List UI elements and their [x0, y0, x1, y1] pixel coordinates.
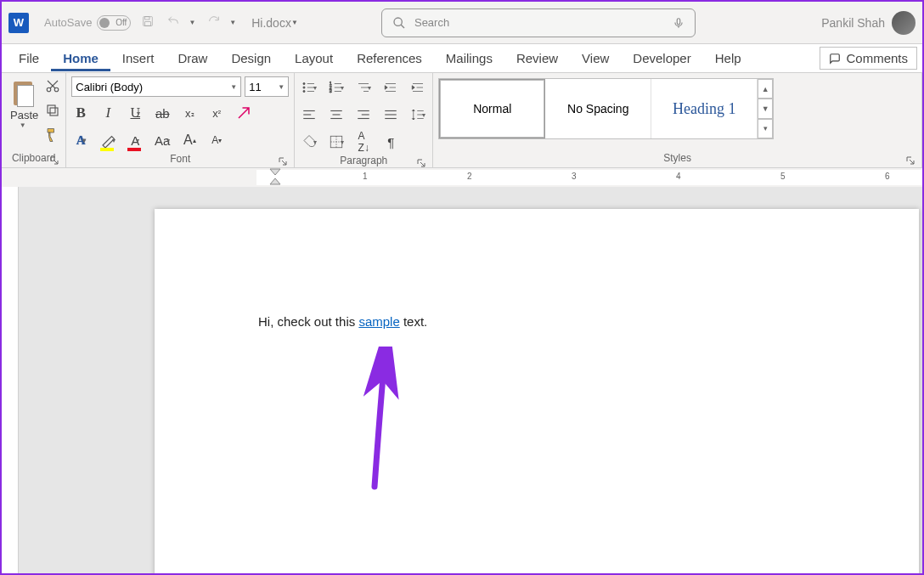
qat-customize[interactable]: ▼: [229, 19, 236, 26]
search-placeholder: Search: [414, 16, 449, 29]
microphone-icon[interactable]: [673, 17, 685, 29]
show-paragraph-marks-button[interactable]: ¶: [381, 132, 400, 151]
tab-insert[interactable]: Insert: [110, 46, 166, 70]
paste-icon: [12, 78, 37, 107]
svg-point-3: [394, 18, 402, 25]
document-canvas[interactable]: Hi, check out this sample text.: [19, 187, 922, 573]
horizontal-ruler[interactable]: 1 2 3 4 5 6: [2, 168, 922, 187]
tab-draw[interactable]: Draw: [166, 46, 219, 70]
increase-indent-button[interactable]: [408, 78, 427, 97]
group-paragraph: ▾ 123▾ ▾ ▾ ▾ ▾ AZ↓ ¶: [295, 73, 433, 167]
format-painter-icon[interactable]: [45, 127, 60, 145]
copy-icon[interactable]: [45, 103, 60, 121]
styles-launcher[interactable]: [906, 155, 915, 164]
search-icon: [392, 16, 406, 30]
comments-button[interactable]: Comments: [820, 47, 917, 70]
tab-layout[interactable]: Layout: [283, 46, 345, 70]
style-no-spacing[interactable]: No Spacing: [545, 79, 651, 138]
document-text[interactable]: Hi, check out this: [258, 314, 358, 329]
styles-expand[interactable]: ▾: [758, 119, 773, 138]
document-title[interactable]: Hi.docx ▼: [251, 16, 298, 30]
styles-gallery: Normal No Spacing Heading 1 ▲ ▼ ▾: [438, 78, 774, 139]
styles-scroll: ▲ ▼ ▾: [758, 79, 773, 138]
borders-button[interactable]: ▾: [327, 132, 346, 151]
svg-rect-10: [50, 108, 58, 116]
multilevel-list-button[interactable]: ▾: [354, 78, 373, 97]
font-family-select[interactable]: Calibri (Body)▼: [71, 76, 241, 97]
tab-help[interactable]: Help: [703, 46, 753, 70]
undo-dropdown[interactable]: ▼: [189, 19, 195, 26]
style-heading-1[interactable]: Heading 1: [651, 79, 758, 138]
tab-view[interactable]: View: [570, 46, 621, 70]
clipboard-launcher[interactable]: [50, 155, 59, 164]
svg-line-4: [401, 25, 404, 28]
svg-rect-5: [677, 18, 680, 24]
grow-font-button[interactable]: A▴: [180, 131, 199, 149]
toggle-switch[interactable]: Off: [97, 15, 131, 31]
tab-review[interactable]: Review: [504, 46, 570, 70]
align-left-button[interactable]: [300, 105, 318, 124]
title-bar: W AutoSave Off ▼ ▼ Hi.docx ▼ Search Pank…: [2, 2, 922, 44]
svg-point-16: [303, 90, 305, 92]
underline-button[interactable]: U▾: [126, 104, 144, 122]
strikethrough-button[interactable]: ab: [153, 104, 172, 122]
bullets-button[interactable]: ▾: [300, 78, 318, 97]
line-spacing-button[interactable]: ▾: [408, 105, 427, 124]
cut-icon[interactable]: [45, 78, 60, 96]
styles-scroll-up[interactable]: ▲: [758, 79, 773, 99]
justify-button[interactable]: [381, 105, 400, 124]
svg-rect-1: [145, 17, 149, 20]
tab-mailings[interactable]: Mailings: [434, 46, 504, 70]
svg-rect-2: [145, 22, 151, 26]
font-color-button[interactable]: A▾: [126, 131, 144, 149]
avatar: [892, 11, 916, 35]
paragraph-launcher[interactable]: [417, 158, 425, 166]
sort-button[interactable]: AZ↓: [354, 132, 373, 151]
save-icon[interactable]: [141, 14, 155, 31]
redo-icon[interactable]: [207, 14, 221, 31]
workspace: Hi, check out this sample text.: [2, 187, 922, 573]
align-center-button[interactable]: [327, 105, 346, 124]
autosave-toggle[interactable]: AutoSave Off: [44, 15, 131, 31]
undo-icon[interactable]: [166, 14, 180, 31]
search-box[interactable]: Search: [381, 8, 696, 37]
style-normal[interactable]: Normal: [439, 79, 545, 138]
svg-rect-11: [48, 105, 55, 113]
paste-button[interactable]: Paste ▼: [7, 76, 42, 150]
user-account[interactable]: Pankil Shah: [821, 11, 916, 35]
change-case-button[interactable]: Aa▾: [153, 131, 172, 149]
quick-access-toolbar: ▼ ▼: [141, 14, 236, 31]
tab-home[interactable]: Home: [51, 46, 110, 71]
indent-marker-icon[interactable]: [269, 168, 281, 187]
subscript-button[interactable]: x: [180, 104, 199, 122]
font-size-select[interactable]: 11▼: [245, 76, 289, 97]
vertical-ruler[interactable]: [2, 187, 19, 573]
font-launcher[interactable]: [279, 156, 287, 165]
tab-file[interactable]: File: [7, 46, 51, 70]
svg-point-12: [303, 82, 305, 84]
tab-references[interactable]: References: [345, 46, 434, 70]
highlight-button[interactable]: ▾: [99, 131, 117, 149]
decrease-indent-button[interactable]: [381, 78, 400, 97]
tab-developer[interactable]: Developer: [621, 46, 702, 70]
hyperlink-sample[interactable]: sample: [358, 314, 399, 329]
shrink-font-button[interactable]: A▾: [207, 131, 226, 149]
page[interactable]: Hi, check out this sample text.: [155, 209, 919, 573]
document-text-after[interactable]: text.: [400, 314, 428, 329]
group-styles: Normal No Spacing Heading 1 ▲ ▼ ▾ Styles: [433, 73, 922, 167]
tab-design[interactable]: Design: [219, 46, 283, 70]
styles-scroll-down[interactable]: ▼: [758, 99, 773, 118]
superscript-button[interactable]: x: [207, 104, 226, 122]
align-right-button[interactable]: [354, 105, 373, 124]
text-effects-button[interactable]: A▾: [71, 131, 90, 149]
bold-button[interactable]: B: [71, 104, 90, 122]
word-app-icon: W: [8, 13, 29, 33]
numbering-button[interactable]: 123▾: [327, 78, 346, 97]
svg-point-14: [303, 87, 305, 88]
clear-formatting-button[interactable]: [234, 104, 253, 122]
shading-button[interactable]: ▾: [300, 132, 318, 151]
autosave-label: AutoSave: [44, 16, 92, 29]
group-clipboard: Paste ▼ Clipboard: [2, 73, 66, 167]
italic-button[interactable]: I: [99, 104, 117, 122]
svg-text:3: 3: [330, 88, 332, 93]
